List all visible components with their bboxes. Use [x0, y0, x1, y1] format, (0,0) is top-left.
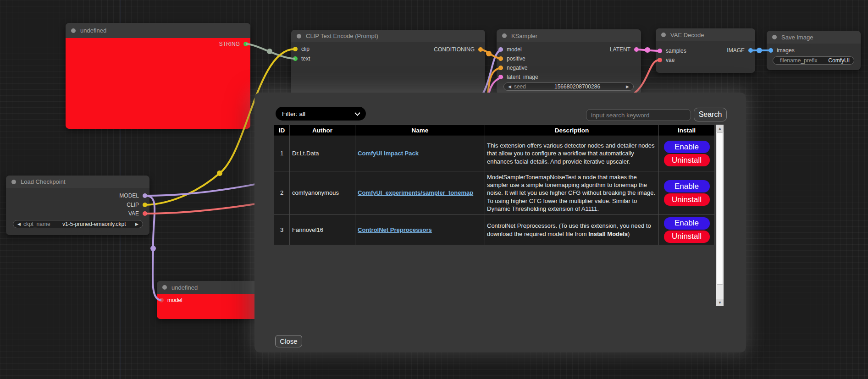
- close-button[interactable]: Close: [275, 335, 302, 347]
- extensions-table: ID Author Name Description Install 1 Dr.…: [274, 125, 715, 245]
- collapse-dot-icon[interactable]: [71, 28, 76, 33]
- image-output-slot-dot[interactable]: [748, 48, 753, 53]
- node-load-checkpoint[interactable]: Load Checkpoint MODEL CLIP VAE ◀ ckpt_na…: [6, 176, 149, 235]
- extension-link[interactable]: ControlNet Preprocessors: [358, 226, 432, 233]
- positive-input-slot-dot[interactable]: [498, 56, 503, 61]
- ckpt-name-value[interactable]: v1-5-pruned-emaonly.ckpt: [53, 221, 135, 227]
- uninstall-button[interactable]: Uninstall: [664, 154, 710, 166]
- images-input-slot-dot[interactable]: [768, 48, 773, 53]
- seed-increment-icon[interactable]: ▶: [626, 85, 629, 89]
- text-input-label: text: [301, 55, 310, 62]
- node-undefined-top[interactable]: undefined STRING: [66, 23, 250, 129]
- clip-input-label: clip: [301, 46, 310, 52]
- uninstall-button[interactable]: Uninstall: [664, 231, 710, 243]
- cell-name: ComfyUI Impact Pack: [355, 136, 485, 171]
- samples-input-slot-dot[interactable]: [658, 49, 662, 53]
- string-to-text-wire: [246, 44, 295, 59]
- cell-id: 2: [274, 171, 290, 215]
- negative-input-slot-dot[interactable]: [498, 66, 503, 70]
- negative-input-label: negative: [507, 65, 527, 71]
- custom-nodes-manager-dialog: Filter: all Search ID Author Name Descri…: [254, 93, 746, 352]
- seed-widget-value[interactable]: 156680208700286: [529, 83, 626, 90]
- node-save-image[interactable]: Save Image images filename_prefix ComfyU…: [767, 31, 861, 70]
- model-input-slot-dot[interactable]: [498, 47, 503, 52]
- node-title: undefined: [80, 27, 106, 34]
- text-input-slot-dot[interactable]: [293, 56, 298, 61]
- cell-install: Enable Uninstall: [659, 136, 715, 171]
- wire-junction-dot: [267, 49, 272, 54]
- canvas-axis-line: [86, 289, 86, 379]
- enable-button[interactable]: Enable: [664, 180, 710, 192]
- col-header-install: Install: [659, 125, 715, 136]
- node-clip-text-encode[interactable]: CLIP Text Encode (Prompt) clip text COND…: [291, 30, 485, 103]
- vae-input-label: vae: [666, 57, 674, 63]
- ckpt-prev-icon[interactable]: ◀: [17, 222, 21, 226]
- node-title: CLIP Text Encode (Prompt): [306, 33, 378, 39]
- extension-link[interactable]: ComfyUI_experiments/sampler_tonemap: [358, 189, 473, 196]
- extension-row: 2 comfyanonymous ComfyUI_experiments/sam…: [274, 171, 715, 215]
- latent-image-input-slot-dot[interactable]: [498, 75, 503, 79]
- node-vae-decode[interactable]: VAE Decode samples vae IMAGE: [656, 28, 755, 73]
- wire-junction-dot: [645, 47, 650, 53]
- filter-dropdown-value: Filter: all: [282, 110, 305, 117]
- description-bold-text: Install Models: [588, 231, 628, 237]
- node-title: Load Checkpoint: [21, 178, 66, 185]
- table-scrollbar[interactable]: ▲ ▼: [716, 125, 724, 306]
- cell-install: Enable Uninstall: [659, 215, 715, 245]
- string-output-slot-dot[interactable]: [243, 42, 248, 46]
- latent-image-input-label: latent_image: [507, 74, 538, 80]
- filename-prefix-value[interactable]: ComfyUI: [828, 57, 850, 64]
- model-output-slot-dot[interactable]: [143, 193, 147, 198]
- seed-decrement-icon[interactable]: ◀: [508, 85, 511, 89]
- latent-output-slot-dot[interactable]: [634, 47, 639, 52]
- conditioning-output-slot-dot[interactable]: [478, 47, 483, 52]
- extension-row: 1 Dr.Lt.Data ComfyUI Impact Pack This ex…: [274, 136, 715, 171]
- search-input[interactable]: [586, 109, 691, 121]
- scrollbar-thumb[interactable]: [717, 132, 723, 285]
- cell-name: ControlNet Preprocessors: [355, 215, 485, 245]
- extension-link[interactable]: ComfyUI Impact Pack: [358, 150, 419, 157]
- wire-junction-dot: [217, 170, 222, 176]
- ckpt-name-widget[interactable]: ◀ ckpt_name v1-5-pruned-emaonly.ckpt ▶: [13, 220, 143, 228]
- enable-button[interactable]: Enable: [664, 141, 710, 153]
- enable-button[interactable]: Enable: [664, 217, 710, 230]
- uninstall-button[interactable]: Uninstall: [664, 193, 710, 206]
- collapse-dot-icon[interactable]: [11, 180, 16, 184]
- cell-description: This extension offers various detector n…: [485, 136, 659, 171]
- seed-widget[interactable]: ◀ seed 156680208700286 ▶: [503, 82, 634, 91]
- filename-prefix-widget[interactable]: filename_prefix ComfyUI: [773, 56, 854, 65]
- cell-name: ComfyUI_experiments/sampler_tonemap: [355, 171, 485, 215]
- node-graph-canvas[interactable]: { "icons": { "widget_left_arrow": "◀", "…: [0, 0, 868, 379]
- node-ksampler[interactable]: KSampler model positive negative latent_…: [497, 29, 641, 94]
- scroll-down-icon[interactable]: ▼: [716, 299, 724, 306]
- model-input-label: model: [167, 297, 182, 303]
- description-text: ModelSamplerTonemapNoiseTest a node that…: [487, 174, 655, 212]
- vae-input-slot-dot[interactable]: [658, 58, 662, 62]
- ckpt-next-icon[interactable]: ▶: [135, 222, 138, 226]
- chevron-down-icon: [354, 110, 360, 116]
- collapse-dot-icon[interactable]: [502, 33, 507, 38]
- collapse-dot-icon[interactable]: [661, 33, 666, 37]
- positive-input-label: positive: [507, 55, 525, 62]
- clip-input-slot-dot[interactable]: [293, 47, 298, 51]
- clip-output-label: CLIP: [127, 202, 139, 208]
- cell-author: comfyanonymous: [290, 171, 355, 215]
- model-input-slot-dot[interactable]: [159, 298, 164, 302]
- cell-install: Enable Uninstall: [659, 171, 715, 215]
- collapse-dot-icon[interactable]: [162, 285, 167, 290]
- clip-output-slot-dot[interactable]: [143, 203, 147, 207]
- search-button[interactable]: Search: [694, 108, 727, 121]
- col-header-description: Description: [485, 125, 659, 136]
- collapse-dot-icon[interactable]: [772, 35, 777, 39]
- vae-output-slot-dot[interactable]: [143, 211, 147, 216]
- cell-description: ControlNet Preprocessors. (To use this e…: [485, 215, 659, 245]
- wire-junction-dot: [150, 246, 156, 251]
- scroll-up-icon[interactable]: ▲: [716, 125, 724, 132]
- filter-dropdown[interactable]: Filter: all: [276, 107, 366, 121]
- node-title: VAE Decode: [670, 32, 704, 38]
- collapse-dot-icon[interactable]: [297, 34, 301, 38]
- string-output-label: STRING: [219, 41, 240, 47]
- col-header-name: Name: [355, 125, 485, 136]
- cell-description: ModelSamplerTonemapNoiseTest a node that…: [485, 171, 659, 215]
- error-node-body: [66, 38, 250, 129]
